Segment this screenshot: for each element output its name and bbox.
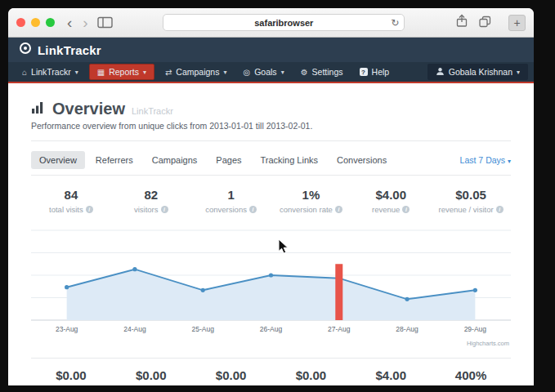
- home-icon: ⌂: [22, 68, 27, 77]
- stat-value: 400%: [431, 368, 511, 382]
- stat-total-cost: $0.00 total costi: [31, 368, 111, 385]
- tab-overview[interactable]: Overview: [31, 151, 85, 169]
- stat-cost-per-visit: $0.00 cost / visiti: [111, 368, 191, 385]
- share-icon[interactable]: [455, 14, 468, 31]
- stat-revenue: $4.00 revenuei: [351, 188, 431, 214]
- stat-label: revenue: [372, 205, 400, 214]
- forward-icon[interactable]: ›: [81, 15, 89, 30]
- tab-conversions[interactable]: Conversions: [329, 151, 395, 169]
- tab-referrers[interactable]: Referrers: [87, 151, 141, 169]
- nav-item-campaigns[interactable]: ⇄ Campaigns ▾: [157, 62, 235, 82]
- brand-name[interactable]: LinkTrackr: [38, 43, 101, 57]
- new-tab-button[interactable]: +: [508, 15, 526, 31]
- sidebar-toggle-icon[interactable]: [97, 16, 113, 29]
- tab-pages[interactable]: Pages: [208, 151, 249, 169]
- stat-profit: $4.00 profiti: [351, 368, 431, 385]
- nav-label: Help: [372, 67, 390, 77]
- stat-label: visitors: [134, 205, 159, 214]
- svg-text:27-Aug: 27-Aug: [328, 325, 351, 333]
- nav-label: Reports: [109, 67, 139, 77]
- chevron-down-icon: ▾: [508, 158, 511, 165]
- tab-tracking-links[interactable]: Tracking Links: [253, 151, 327, 169]
- report-tabs: Overview Referrers Campaigns Pages Track…: [31, 151, 511, 169]
- stat-label: conversion rate: [280, 205, 333, 214]
- stats-row-top: 84 total visitsi 82 visitorsi 1 conversi…: [31, 188, 511, 214]
- reports-icon: ▦: [97, 68, 105, 77]
- nav-item-settings[interactable]: ⚙ Settings: [293, 62, 351, 82]
- info-icon[interactable]: i: [86, 206, 93, 213]
- nav-label: Settings: [312, 67, 343, 77]
- address-bar[interactable]: safaribrowser ↻: [163, 14, 405, 31]
- chevron-down-icon: ▾: [143, 69, 146, 76]
- divider: [31, 358, 511, 359]
- help-icon: ?: [360, 68, 368, 76]
- back-icon[interactable]: ‹: [65, 15, 74, 30]
- nav-item-reports[interactable]: ▦ Reports ▾: [89, 64, 154, 80]
- chevron-down-icon: ▾: [75, 69, 78, 76]
- nav-label: LinkTrackr: [31, 67, 71, 77]
- stat-value: 84: [31, 188, 111, 202]
- user-icon: [436, 67, 445, 78]
- user-name: Gobala Krishnan: [449, 67, 512, 77]
- stat-cost-per-day: $0.00 cost / dayi: [191, 368, 271, 385]
- stat-value: 82: [111, 188, 191, 202]
- target-icon: ◎: [243, 68, 250, 77]
- stat-value: $4.00: [351, 188, 431, 202]
- divider: [31, 140, 511, 141]
- info-icon[interactable]: i: [402, 206, 410, 213]
- address-text: safaribrowser: [254, 18, 313, 28]
- close-window-icon[interactable]: [16, 18, 25, 27]
- reload-icon[interactable]: ↻: [391, 17, 399, 29]
- page-content: Overview LinkTrackr Performance overview…: [8, 83, 534, 385]
- main-nav: ⌂ LinkTrackr ▾ ▦ Reports ▾ ⇄ Campaigns ▾…: [8, 62, 534, 83]
- info-icon[interactable]: i: [335, 206, 342, 213]
- stat-value: 1: [191, 188, 271, 202]
- stat-label: revenue / visitor: [439, 205, 494, 214]
- linktrackr-logo-icon[interactable]: [19, 42, 32, 58]
- nav-item-help[interactable]: ? Help: [351, 62, 398, 82]
- window-controls: [16, 18, 55, 27]
- stat-value: $0.00: [271, 368, 351, 382]
- chevron-down-icon: ▾: [517, 69, 520, 76]
- nav-label: Campaigns: [176, 67, 219, 77]
- nav-label: Goals: [254, 67, 276, 77]
- stat-label: conversions: [205, 205, 247, 214]
- stat-total-visits: 84 total visitsi: [31, 188, 111, 214]
- minimize-window-icon[interactable]: [31, 18, 40, 27]
- svg-text:25-Aug: 25-Aug: [192, 325, 215, 333]
- svg-text:26-Aug: 26-Aug: [260, 325, 283, 333]
- toolbar-right: +: [455, 14, 526, 31]
- shuffle-icon: ⇄: [165, 68, 172, 77]
- stat-value: $0.00: [191, 368, 271, 382]
- bar-chart-icon: [31, 101, 46, 117]
- stat-conversion-rate: 1% conversion ratei: [271, 188, 351, 214]
- nav-item-goals[interactable]: ◎ Goals ▾: [235, 62, 292, 82]
- divider: [31, 175, 511, 176]
- gear-icon: ⚙: [301, 68, 308, 77]
- stat-revenue-per-visitor: $0.05 revenue / visitori: [431, 188, 511, 214]
- date-range-label: Last 7 Days: [460, 155, 505, 165]
- stat-roi: 400% roii: [431, 368, 511, 385]
- stat-value: $0.00: [31, 368, 111, 382]
- user-menu[interactable]: Gobala Krishnan ▾: [427, 64, 528, 80]
- info-icon[interactable]: i: [161, 206, 168, 213]
- svg-text:Highcharts.com: Highcharts.com: [467, 340, 509, 347]
- stat-conversions: 1 conversionsi: [191, 188, 271, 214]
- date-range-selector[interactable]: Last 7 Days ▾: [460, 155, 511, 165]
- svg-text:24-Aug: 24-Aug: [123, 325, 146, 333]
- browser-toolbar: ‹ › safaribrowser ↻: [8, 8, 534, 38]
- page-head: Overview LinkTrackr: [31, 100, 511, 118]
- tab-campaigns[interactable]: Campaigns: [144, 151, 206, 169]
- nav-spacer: [397, 62, 427, 82]
- nav-item-linktrackr[interactable]: ⌂ LinkTrackr ▾: [14, 62, 87, 82]
- zoom-window-icon[interactable]: [46, 18, 55, 27]
- stat-label: total visits: [49, 205, 83, 214]
- app-header: LinkTrackr: [8, 38, 534, 62]
- svg-text:29-Aug: 29-Aug: [464, 325, 487, 333]
- info-icon[interactable]: i: [496, 206, 504, 213]
- browser-window: ‹ › safaribrowser ↻: [8, 8, 534, 385]
- page-subtitle: Performance overview from unique clicks …: [31, 121, 511, 131]
- tab-overview-icon[interactable]: [478, 15, 492, 31]
- svg-text:23-Aug: 23-Aug: [56, 325, 78, 333]
- info-icon[interactable]: i: [249, 206, 257, 213]
